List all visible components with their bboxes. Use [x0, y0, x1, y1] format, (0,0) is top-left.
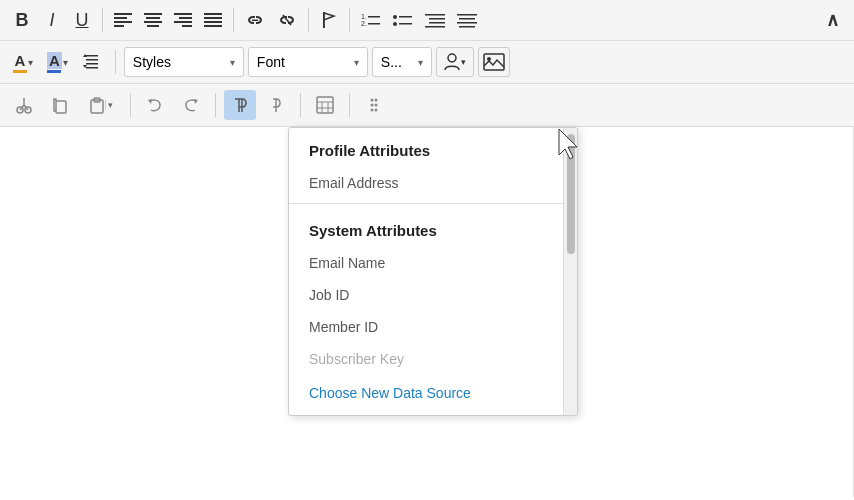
- styles-dropdown[interactable]: Styles ▾: [124, 47, 244, 77]
- ordered-list-button[interactable]: 1. 2.: [356, 6, 386, 34]
- svg-rect-7: [147, 25, 159, 27]
- svg-rect-11: [182, 25, 192, 27]
- line-spacing-button[interactable]: [77, 48, 107, 76]
- svg-point-59: [371, 99, 374, 102]
- svg-rect-15: [204, 25, 222, 27]
- paste-icon: [89, 96, 105, 114]
- svg-rect-6: [144, 21, 162, 23]
- separator9: [349, 93, 350, 117]
- show-formatting-button[interactable]: [260, 90, 292, 120]
- subscriber-key-item[interactable]: Subscriber Key: [289, 343, 577, 375]
- separator3: [308, 8, 309, 32]
- bold-button[interactable]: B: [8, 6, 36, 34]
- svg-marker-52: [148, 99, 152, 104]
- svg-rect-29: [429, 22, 445, 24]
- svg-rect-33: [457, 22, 477, 24]
- align-left-icon: [114, 12, 132, 28]
- separator1: [102, 8, 103, 32]
- align-right-icon: [174, 12, 192, 28]
- align-left-button[interactable]: [109, 6, 137, 34]
- align-justify-button[interactable]: [199, 6, 227, 34]
- link-button[interactable]: [240, 6, 270, 34]
- job-id-item[interactable]: Job ID: [289, 279, 577, 311]
- svg-rect-27: [425, 14, 445, 16]
- dropdown-divider: [289, 203, 577, 204]
- flag-button[interactable]: [315, 6, 343, 34]
- svg-rect-10: [174, 21, 192, 23]
- profile-attributes-header: Profile Attributes: [289, 128, 577, 167]
- paragraph-button[interactable]: [224, 90, 256, 120]
- drag-icon: [370, 96, 378, 114]
- underline-button[interactable]: U: [68, 6, 96, 34]
- svg-rect-24: [399, 16, 412, 18]
- svg-point-60: [375, 99, 378, 102]
- svg-rect-54: [317, 97, 333, 113]
- paragraph-icon: [232, 96, 248, 114]
- undo-button[interactable]: [139, 90, 171, 120]
- font-color-icon: A: [13, 52, 27, 73]
- svg-rect-32: [459, 18, 475, 20]
- insert-table-button[interactable]: [309, 90, 341, 120]
- email-address-item[interactable]: Email Address: [289, 167, 577, 199]
- italic-button[interactable]: I: [38, 6, 66, 34]
- svg-rect-0: [114, 13, 132, 15]
- svg-rect-13: [204, 17, 222, 19]
- redo-button[interactable]: [175, 90, 207, 120]
- insert-image-button[interactable]: [478, 47, 510, 77]
- email-name-item[interactable]: Email Name: [289, 247, 577, 279]
- align-center-button[interactable]: [139, 6, 167, 34]
- svg-rect-9: [179, 17, 192, 19]
- svg-rect-14: [204, 21, 222, 23]
- copy-icon: [51, 96, 69, 114]
- person-attributes-button[interactable]: ▾: [436, 47, 474, 77]
- svg-rect-30: [425, 26, 445, 28]
- format-button[interactable]: [452, 6, 482, 34]
- main-content: Profile Attributes Email Address System …: [0, 127, 854, 497]
- separator6: [130, 93, 131, 117]
- svg-point-41: [448, 54, 456, 62]
- svg-rect-49: [56, 101, 66, 113]
- align-right-button[interactable]: [169, 6, 197, 34]
- indent-button[interactable]: [420, 6, 450, 34]
- copy-button[interactable]: [44, 90, 76, 120]
- font-dropdown[interactable]: Font ▾: [248, 47, 368, 77]
- svg-rect-35: [86, 55, 98, 57]
- paste-button[interactable]: ▾: [80, 90, 122, 120]
- separator5: [115, 50, 116, 74]
- attributes-dropdown-menu: Profile Attributes Email Address System …: [288, 127, 578, 416]
- svg-rect-18: [323, 12, 325, 28]
- unlink-icon: [277, 12, 297, 28]
- collapse-button[interactable]: ∧: [818, 6, 846, 34]
- svg-point-25: [393, 22, 397, 26]
- svg-point-61: [371, 104, 374, 107]
- dropdown-scrollbar[interactable]: [563, 128, 577, 415]
- show-formatting-icon: [268, 96, 284, 114]
- insert-table-icon: [316, 96, 334, 114]
- cut-button[interactable]: [8, 90, 40, 120]
- unlink-button[interactable]: [272, 6, 302, 34]
- svg-point-63: [371, 109, 374, 112]
- svg-rect-2: [114, 21, 132, 23]
- svg-rect-37: [86, 63, 98, 65]
- svg-rect-20: [368, 16, 380, 18]
- svg-point-62: [375, 104, 378, 107]
- undo-icon: [146, 96, 164, 114]
- size-dropdown[interactable]: S... ▾: [372, 47, 432, 77]
- drag-handle-button[interactable]: [358, 90, 390, 120]
- size-label: S...: [381, 54, 402, 70]
- svg-rect-34: [459, 26, 475, 28]
- cut-icon: [15, 96, 33, 114]
- line-spacing-icon: [82, 52, 102, 72]
- image-icon: [483, 53, 505, 71]
- svg-marker-53: [194, 99, 198, 104]
- highlight-icon: A: [47, 52, 62, 73]
- styles-arrow-icon: ▾: [230, 57, 235, 68]
- choose-new-data-source-link[interactable]: Choose New Data Source: [289, 375, 577, 415]
- flag-icon: [321, 11, 337, 29]
- unordered-list-button[interactable]: [388, 6, 418, 34]
- separator4: [349, 8, 350, 32]
- font-color-button[interactable]: A ▾: [8, 48, 38, 76]
- member-id-item[interactable]: Member ID: [289, 311, 577, 343]
- font-label: Font: [257, 54, 285, 70]
- highlight-button[interactable]: A ▾: [42, 48, 73, 76]
